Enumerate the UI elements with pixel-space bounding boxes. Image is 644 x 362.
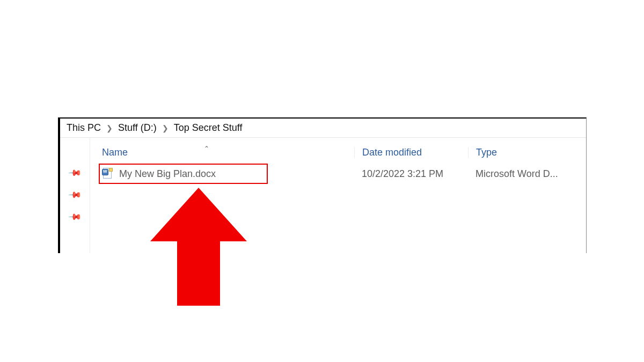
- sort-ascending-icon: ⌃: [204, 145, 209, 152]
- breadcrumb-segment-drive[interactable]: Stuff (D:): [116, 121, 159, 135]
- chevron-right-icon: ❯: [103, 124, 116, 132]
- breadcrumb-segment-folder[interactable]: Top Secret Stuff: [172, 121, 245, 135]
- column-header-date-modified[interactable]: Date modified: [354, 147, 468, 158]
- file-date-label: 10/2/2022 3:21 PM: [362, 168, 443, 179]
- explorer-body: 📌 📌 📌 Name ⌃ Date modified Type: [60, 138, 586, 253]
- column-header-name[interactable]: Name ⌃: [102, 147, 354, 158]
- file-date-cell: 10/2/2022 3:21 PM: [354, 168, 468, 180]
- file-type-cell: Microsoft Word D...: [468, 168, 586, 180]
- column-header-date-label: Date modified: [362, 147, 422, 158]
- word-document-icon: [102, 168, 114, 180]
- file-type-label: Microsoft Word D...: [475, 168, 558, 179]
- column-header-name-label: Name: [102, 147, 128, 158]
- pin-icon: 📌: [68, 188, 83, 203]
- chevron-right-icon: ❯: [159, 124, 172, 132]
- quick-access-sidebar: 📌 📌 📌: [60, 138, 90, 253]
- breadcrumb: This PC ❯ Stuff (D:) ❯ Top Secret Stuff: [60, 119, 586, 138]
- pin-icon: 📌: [68, 210, 83, 225]
- file-explorer-window: This PC ❯ Stuff (D:) ❯ Top Secret Stuff …: [58, 117, 587, 253]
- column-header-type[interactable]: Type: [468, 147, 586, 158]
- column-header-type-label: Type: [476, 147, 497, 158]
- breadcrumb-segment-this-pc[interactable]: This PC: [64, 121, 103, 135]
- file-name-label: My New Big Plan.docx: [119, 168, 216, 180]
- file-name-cell: My New Big Plan.docx: [102, 168, 354, 180]
- pin-icon: 📌: [68, 166, 83, 181]
- file-row[interactable]: My New Big Plan.docx 10/2/2022 3:21 PM M…: [102, 164, 586, 184]
- column-headers: Name ⌃ Date modified Type: [102, 141, 586, 164]
- file-list-area: Name ⌃ Date modified Type My New Big Pla…: [90, 138, 586, 253]
